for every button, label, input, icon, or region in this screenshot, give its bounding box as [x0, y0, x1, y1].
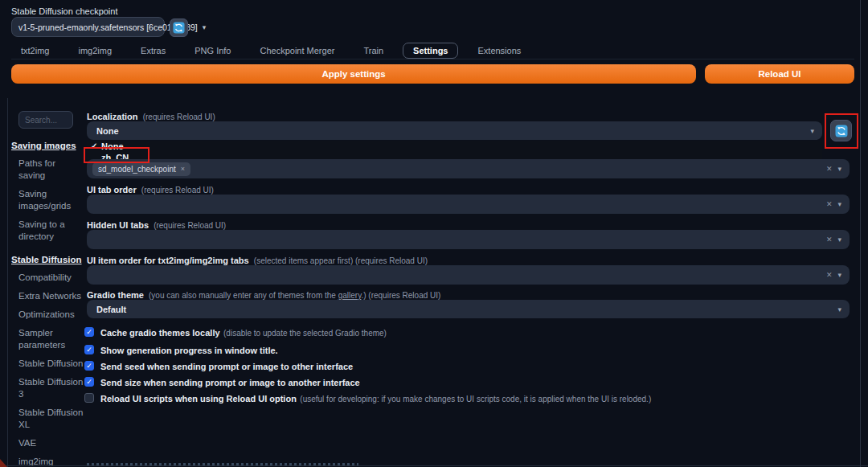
tab-train[interactable]: Train — [354, 43, 393, 58]
tab-extras[interactable]: Extras — [131, 43, 175, 58]
chevron-down-icon[interactable]: ▾ — [837, 236, 841, 244]
checkbox[interactable]: ✓ — [84, 393, 94, 403]
check-icon: ✓ — [86, 379, 92, 386]
sidebar-left-divider — [7, 98, 8, 467]
clear-icon[interactable]: ✕ — [826, 271, 833, 279]
sidebar-item-compatibility[interactable]: Compatibility — [18, 272, 84, 284]
refresh-icon — [835, 125, 848, 137]
gradio-theme-label: Gradio theme (you can also manually ente… — [87, 290, 440, 300]
chevron-down-icon[interactable]: ▾ — [837, 200, 841, 208]
chevron-down-icon[interactable]: ▾ — [810, 127, 814, 135]
localization-label: Localization (requires Reload UI) — [87, 112, 215, 121]
checkpoint-dropdown[interactable]: v1-5-pruned-emaonly.safetensors [6ce0161… — [11, 17, 165, 37]
sidebar-item-sampler-parameters[interactable]: Sampler parameters — [18, 327, 84, 351]
chevron-down-icon[interactable]: ▾ — [837, 271, 841, 279]
quicksettings-field[interactable]: sd_model_checkpoint × ✕ ▾ — [87, 159, 850, 178]
option-none[interactable]: ✓ None — [87, 141, 822, 151]
ui-tab-order-field[interactable]: ✕ ▾ — [87, 195, 850, 214]
tab-settings[interactable]: Settings — [403, 43, 458, 59]
chip-close-icon[interactable]: × — [181, 165, 185, 173]
tab-checkpoint-merger[interactable]: Checkpoint Merger — [250, 43, 344, 58]
gradio-theme-value: Default — [96, 305, 126, 314]
settings-sidebar: Saving images Paths for saving Saving im… — [11, 111, 84, 467]
checkbox-row-reload-ui-scripts: ✓ Reload UI scripts when using Reload UI… — [84, 391, 651, 405]
sidebar-section-saving-images[interactable]: Saving images — [11, 141, 84, 150]
checkbox-row-send-seed: ✓ Send seed when sending prompt or image… — [84, 358, 353, 373]
clear-icon[interactable]: ✕ — [826, 165, 833, 173]
refresh-checkpoint-button[interactable] — [170, 18, 188, 37]
localization-dropdown[interactable]: None ▾ — [87, 121, 822, 140]
sidebar-item-saving-to-a-directory[interactable]: Saving to a directory — [18, 219, 84, 243]
hidden-ui-tabs-label: Hidden UI tabs (requires Reload UI) — [87, 220, 226, 230]
tab-png-info[interactable]: PNG Info — [185, 43, 240, 58]
sidebar-item-saving-images-grids[interactable]: Saving images/grids — [18, 188, 84, 212]
tab-extensions[interactable]: Extensions — [468, 43, 530, 58]
checkbox-row-send-size: ✓ Send size when sending prompt or image… — [84, 375, 360, 389]
ui-tab-order-label: UI tab order (requires Reload UI) — [87, 185, 214, 195]
stable-diffusion-webui-settings-page: Stable Diffusion checkpoint v1-5-pruned-… — [0, 0, 868, 467]
checkbox[interactable]: ✓ — [84, 361, 94, 371]
gradio-theme-dropdown[interactable]: Default ▾ — [87, 300, 850, 318]
bottom-hairline — [0, 465, 868, 466]
checkpoint-label: Stable Diffusion checkpoint — [11, 6, 118, 16]
checkbox[interactable]: ✓ — [84, 377, 94, 387]
check-icon: ✓ — [86, 346, 92, 354]
hidden-ui-tabs-field[interactable]: ✕ ▾ — [87, 230, 850, 249]
sidebar-item-stable-diffusion-3[interactable]: Stable Diffusion 3 — [18, 376, 84, 400]
apply-settings-button[interactable]: Apply settings — [11, 64, 696, 84]
localization-value: None — [96, 126, 119, 136]
chevron-down-icon[interactable]: ▾ — [837, 305, 841, 313]
checkbox[interactable]: ✓ — [84, 345, 94, 354]
quicksettings-chip: sd_model_checkpoint × — [92, 162, 190, 176]
search-input[interactable] — [18, 111, 73, 129]
tab-txt2img[interactable]: txt2img — [11, 43, 59, 58]
sidebar-item-stable-diffusion[interactable]: Stable Diffusion — [18, 358, 84, 370]
checkbox[interactable]: ✓ — [84, 327, 94, 337]
chip-label: sd_model_checkpoint — [98, 165, 176, 174]
tab-img2img[interactable]: img2img — [68, 43, 121, 58]
refresh-localization-button[interactable] — [830, 120, 852, 141]
check-icon: ✓ — [86, 363, 92, 370]
reload-ui-button[interactable]: Reload UI — [705, 64, 854, 84]
ui-item-order-field[interactable]: ✕ ▾ — [87, 265, 850, 285]
bottom-left-artifact — [0, 459, 7, 467]
checkbox-row-show-progress-title: ✓ Show generation progress in window tit… — [84, 342, 278, 357]
checkbox-row-cache-gradio-themes: ✓ Cache gradio themes locally (disable t… — [84, 325, 387, 339]
window-right-edge — [860, 0, 861, 467]
ui-item-order-label: UI item order for txt2img/img2img tabs (… — [87, 256, 428, 265]
sidebar-item-vae[interactable]: VAE — [18, 437, 84, 449]
clear-icon[interactable]: ✕ — [826, 236, 833, 244]
main-tabbar: txt2img img2img Extras PNG Info Checkpoi… — [11, 43, 854, 59]
sidebar-item-stable-diffusion-xl[interactable]: Stable Diffusion XL — [18, 407, 84, 431]
sidebar-section-stable-diffusion[interactable]: Stable Diffusion — [11, 255, 84, 264]
sidebar-item-optimizations[interactable]: Optimizations — [18, 309, 84, 321]
clear-icon[interactable]: ✕ — [826, 200, 833, 208]
chevron-down-icon: ▾ — [203, 23, 207, 31]
sidebar-item-extra-networks[interactable]: Extra Networks — [18, 290, 84, 302]
chevron-down-icon[interactable]: ▾ — [837, 165, 841, 173]
gallery-link[interactable]: gallery — [338, 291, 362, 300]
sidebar-item-paths-for-saving[interactable]: Paths for saving — [18, 158, 84, 182]
refresh-icon — [173, 22, 185, 34]
check-icon: ✓ — [87, 141, 101, 150]
check-icon: ✓ — [86, 329, 92, 336]
